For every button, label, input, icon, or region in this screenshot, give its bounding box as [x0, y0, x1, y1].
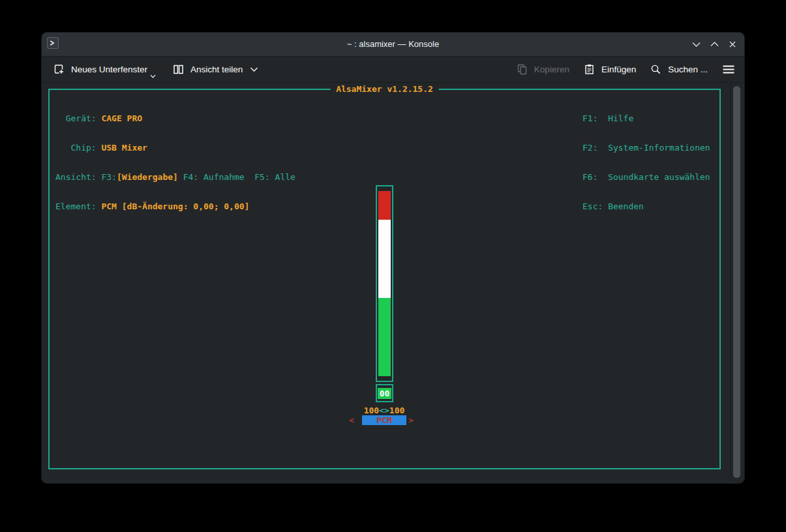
- help-line: Esc: Beenden: [582, 201, 710, 211]
- maximize-button[interactable]: [709, 40, 719, 49]
- paste-label: Einfügen: [601, 65, 636, 74]
- help-line: F6: Soundkarte auswählen: [582, 172, 710, 182]
- new-tab-icon: [53, 64, 65, 75]
- bar-segment-high-red: [378, 191, 391, 220]
- alsamixer-frame: AlsaMixer v1.2.15.2 Gerät: CAGE PRO Chip…: [48, 89, 721, 469]
- volume-bar-fill: [378, 191, 391, 376]
- bar-segment-mid-white: [378, 220, 391, 299]
- help-line: F1: Hilfe: [582, 113, 710, 123]
- volume-bar: [376, 185, 393, 382]
- titlebar[interactable]: ~ : alsamixer — Konsole: [42, 33, 744, 57]
- window-title: ~ : alsamixer — Konsole: [42, 33, 744, 56]
- db-value-box: 00: [376, 384, 393, 402]
- konsole-window: ~ : alsamixer — Konsole: [42, 33, 744, 483]
- scrollbar-thumb[interactable]: [733, 86, 740, 478]
- mixer-info: Gerät: CAGE PRO Chip: USB Mixer Ansicht:…: [55, 94, 295, 231]
- right-arrow: >: [408, 415, 414, 425]
- copy-button[interactable]: Kopieren: [517, 64, 569, 75]
- minimize-button[interactable]: [691, 40, 701, 49]
- copy-icon: [517, 64, 528, 75]
- search-button[interactable]: Suchen ...: [650, 64, 708, 75]
- chevron-down-icon: [150, 74, 156, 78]
- desktop-background: ~ : alsamixer — Konsole: [0, 0, 786, 532]
- window-controls: [691, 33, 738, 56]
- copy-label: Kopieren: [534, 65, 569, 74]
- split-view-icon: [173, 64, 184, 75]
- search-icon: [650, 64, 661, 75]
- view-line: Ansicht: F3:[Wiedergabe] F4: Aufnahme F5…: [55, 172, 295, 182]
- toolbar: Neues Unterfenster Ansicht teilen: [42, 57, 744, 83]
- new-tab-button[interactable]: Neues Unterfenster: [53, 64, 155, 75]
- card-line: Gerät: CAGE PRO: [55, 113, 295, 123]
- mixer-help: F1: Hilfe F2: System-Informationen F6: S…: [582, 94, 710, 231]
- chip-line: Chip: USB Mixer: [55, 143, 295, 153]
- terminal-viewport[interactable]: AlsaMixer v1.2.15.2 Gerät: CAGE PRO Chip…: [47, 83, 739, 480]
- bar-segment-low-green: [378, 298, 391, 376]
- scrollbar[interactable]: [730, 83, 740, 480]
- selected-control-name: PCM: [362, 415, 406, 425]
- search-label: Suchen ...: [668, 65, 708, 74]
- alsamixer-title: AlsaMixer v1.2.15.2: [330, 84, 439, 94]
- new-tab-label: Neues Unterfenster: [71, 65, 147, 74]
- help-line: F2: System-Informationen: [582, 143, 710, 153]
- channel-values: 100<>100: [348, 406, 420, 415]
- left-arrow: <: [349, 415, 354, 425]
- hamburger-menu-button[interactable]: [722, 64, 735, 75]
- item-line: Element: PCM [dB-Änderung: 0,00; 0,00]: [55, 201, 295, 211]
- paste-icon: [584, 64, 595, 75]
- split-view-label: Ansicht teilen: [190, 65, 243, 74]
- db-value: 00: [378, 388, 392, 399]
- paste-button[interactable]: Einfügen: [584, 64, 636, 75]
- chevron-down-icon: [250, 66, 258, 72]
- hamburger-menu-icon: [722, 64, 735, 75]
- split-view-button[interactable]: Ansicht teilen: [173, 64, 258, 75]
- close-button[interactable]: [727, 40, 738, 49]
